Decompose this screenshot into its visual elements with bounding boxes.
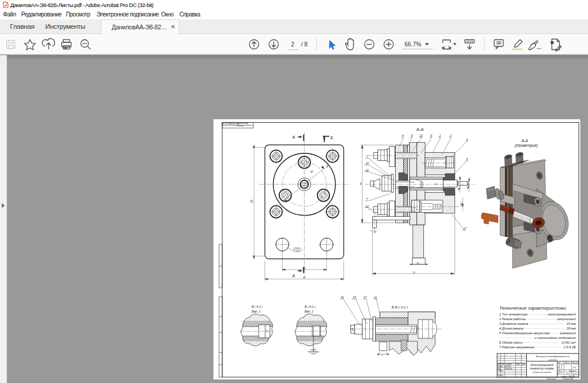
svg-text:Формат А4: Формат А4 [563, 378, 573, 379]
svg-text:10: 10 [420, 135, 423, 137]
svg-text:2 отв.: 2 отв. [293, 250, 301, 253]
svg-text:∅4: ∅4 [373, 231, 376, 233]
svg-text:7 Рабочее напряжение: 7 Рабочее напряжение [499, 345, 534, 349]
svg-text:Копировал: Копировал [547, 378, 556, 379]
svg-text:В ( 4:1 ): В ( 4:1 ) [305, 305, 316, 308]
svg-text:и порошковые соединения: и порошковые соединения [534, 336, 576, 340]
svg-text:8: 8 [402, 135, 404, 137]
svg-text:алюминий: алюминий [560, 331, 576, 335]
svg-text:5: 5 [466, 158, 468, 161]
svg-text:Электровзрывной: Электровзрывной [530, 363, 554, 367]
svg-text:работа: работа [548, 358, 557, 361]
svg-text:В ( 4:1 ): В ( 4:1 ) [252, 305, 263, 308]
svg-text:10 мм: 10 мм [567, 322, 576, 325]
svg-text:12: 12 [366, 205, 369, 208]
svg-text:90: 90 [303, 276, 306, 279]
svg-text:18: 18 [366, 162, 369, 165]
svg-text:2: 2 [291, 41, 295, 48]
svg-text:∅4: ∅4 [266, 330, 268, 332]
svg-text:17: 17 [463, 227, 467, 230]
svg-text:Лист: Лист [501, 363, 505, 365]
svg-text:А-А: А-А [416, 127, 424, 132]
svg-text:7: 7 [366, 198, 368, 201]
svg-text:15: 15 [353, 296, 356, 299]
svg-text:∅10: ∅10 [467, 181, 469, 186]
svg-text:3: 3 [382, 354, 383, 357]
svg-text:11: 11 [374, 296, 377, 299]
svg-text:(Изометрия): (Изометрия) [514, 143, 538, 148]
svg-text:4: 4 [466, 139, 468, 142]
svg-text:6: 6 [430, 135, 432, 137]
svg-text:2:1: 2:1 [572, 366, 576, 369]
svg-text:Дата: Дата [522, 363, 526, 365]
svg-text:М6: М6 [460, 202, 463, 206]
svg-text:А: А [292, 135, 295, 139]
svg-text:Вар. 2: Вар. 2 [305, 310, 313, 313]
svg-text:У: У [558, 366, 560, 369]
svg-text:95: 95 [359, 182, 362, 185]
svg-text:Н.контр.: Н.контр. [497, 374, 503, 377]
svg-text:Масса: Масса [565, 362, 570, 364]
svg-text:95: 95 [250, 199, 253, 203]
svg-text:7: 7 [366, 156, 368, 159]
svg-text:66.7%: 66.7% [405, 41, 421, 48]
svg-text:4 Длина канала: 4 Длина канала [499, 327, 523, 330]
svg-text:2 Режим работы: 2 Режим работы [499, 317, 526, 321]
svg-text:Пров.: Пров. [497, 368, 502, 370]
svg-text:1 Тип генератора: 1 Тип генератора [499, 313, 527, 316]
svg-text:∅4: ∅4 [457, 182, 460, 185]
svg-text:Выпускная квалификационная: Выпускная квалификационная [536, 355, 570, 358]
svg-text:/ 8: / 8 [301, 41, 308, 48]
svg-text:39 мм: 39 мм [567, 327, 576, 330]
svg-text:17: 17 [363, 296, 367, 299]
svg-text:16: 16 [340, 296, 344, 299]
svg-text:2,5-5 кВ: 2,5-5 кВ [563, 345, 576, 349]
svg-text:3: 3 [450, 135, 452, 137]
svg-text:0,242 см³: 0,242 см³ [562, 341, 576, 344]
svg-text:6 Объём смеси: 6 Объём смеси [499, 341, 523, 344]
svg-text:3 Диаметр канала: 3 Диаметр канала [499, 322, 528, 325]
svg-text:Изм: Изм [497, 363, 500, 365]
svg-text:Б-Б ( 3:1 ): Б-Б ( 3:1 ) [392, 305, 407, 309]
svg-text:2: 2 [439, 135, 441, 137]
svg-text:Технические характеристики: Технические характеристики [499, 305, 566, 311]
svg-text:Разраб.: Разраб. [497, 365, 503, 368]
svg-text:Данилов: Данилов [505, 365, 512, 368]
svg-text:Лист: Лист [558, 370, 562, 372]
svg-text:А: А [292, 274, 295, 278]
svg-text:5 Плазмообразующее вещество: 5 Плазмообразующее вещество [499, 331, 550, 335]
svg-text:генератор плазмы: генератор плазмы [530, 367, 554, 370]
svg-text:(Сборочный чертёж): (Сборочный чертёж) [533, 371, 552, 374]
svg-text:ДаниловАА-Э8-82Б-01.00: ДаниловАА-Э8-82Б-01.00 [221, 122, 249, 125]
svg-text:Подп.: Подп. [516, 363, 520, 365]
svg-text:60: 60 [309, 169, 313, 173]
svg-text:М8: М8 [352, 328, 354, 331]
svg-text:50: 50 [303, 267, 306, 270]
svg-text:Листы: Листы [236, 125, 244, 127]
svg-text:19: 19 [435, 183, 437, 186]
svg-text:№ докум.: № докум. [505, 364, 512, 365]
svg-text:Лит.: Лит. [558, 362, 561, 364]
svg-text:электровзрывной: электровзрывной [548, 313, 576, 316]
svg-text:74: 74 [413, 271, 415, 274]
svg-text:9: 9 [411, 135, 413, 137]
svg-text:Масштаб: Масштаб [572, 362, 579, 364]
svg-text:Т.контр.: Т.контр. [497, 369, 503, 372]
svg-text:16: 16 [366, 169, 369, 172]
svg-text:Листов 8: Листов 8 [569, 370, 576, 372]
svg-text:Вершинин: Вершинин [505, 368, 513, 370]
svg-text:импульсный: импульсный [557, 317, 576, 321]
svg-text:А-А: А-А [521, 139, 528, 143]
svg-text:Вар. 1: Вар. 1 [252, 310, 260, 313]
svg-text:Б: Б [330, 136, 333, 140]
